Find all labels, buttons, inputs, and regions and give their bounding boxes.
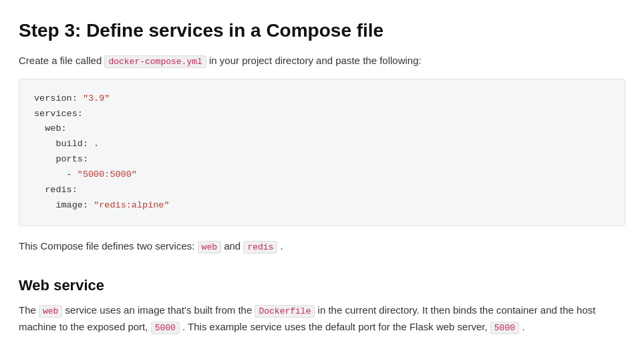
compose-desc-after: . (277, 240, 283, 252)
intro-after: in your project directory and paste the … (206, 55, 422, 66)
web-desc-middle1: service uses an image that's built from … (62, 304, 255, 316)
compose-desc-before: This Compose file defines two services: (19, 240, 198, 252)
code-line-6: - "5000:5000" (34, 167, 610, 183)
dockerfile-code-inline: Dockerfile (255, 305, 315, 318)
web-service-section: Web service The web service uses an imag… (19, 274, 625, 336)
code-line-3: web: (34, 121, 610, 137)
redis-service-section: Redis service The redis service uses a p… (19, 354, 625, 359)
web-service-desc: The web service uses an image that's bui… (19, 302, 625, 336)
compose-desc-between: and (221, 240, 243, 252)
code-line-5: ports: (34, 152, 610, 167)
intro-before: Create a file called (19, 55, 104, 66)
web-service-title: Web service (19, 274, 625, 297)
redis-service-title: Redis service (19, 354, 625, 359)
compose-web-code: web (198, 241, 221, 254)
web-desc-middle3: . This example service uses the default … (180, 321, 490, 332)
compose-description: This Compose file defines two services: … (19, 238, 625, 255)
code-line-7: redis: (34, 183, 610, 198)
code-line-4: build: . (34, 137, 610, 152)
port1-code-inline: 5000 (151, 322, 180, 334)
web-code-inline: web (39, 305, 62, 318)
web-desc-end: . (519, 321, 524, 332)
code-line-1: version: "3.9" (34, 91, 610, 107)
compose-redis-code: redis (243, 241, 277, 254)
filename-code: docker-compose.yml (104, 55, 206, 68)
port2-code-inline: 5000 (490, 322, 519, 334)
code-line-2: services: (34, 107, 610, 122)
web-desc-before: The (19, 304, 39, 316)
intro-paragraph: Create a file called docker-compose.yml … (19, 53, 625, 69)
code-block: version: "3.9" services: web: build: . p… (19, 79, 625, 227)
page-title: Step 3: Define services in a Compose fil… (19, 16, 625, 46)
code-line-8: image: "redis:alpine" (34, 198, 610, 214)
